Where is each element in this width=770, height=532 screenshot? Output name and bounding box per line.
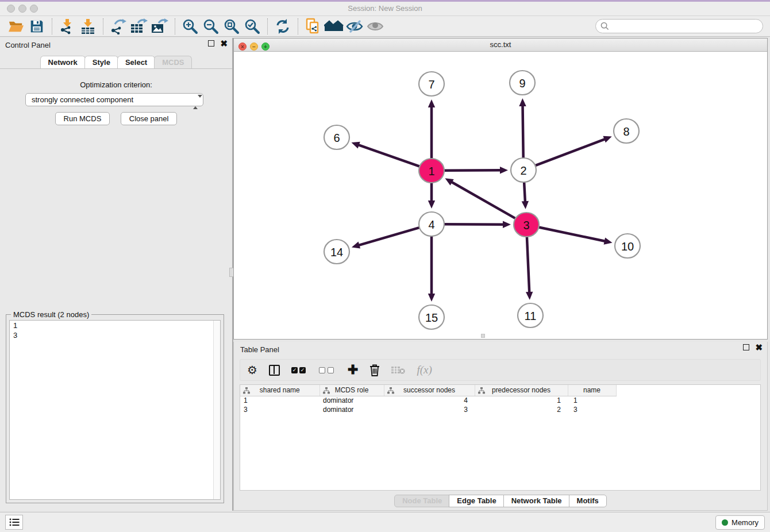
- tab-network[interactable]: Network: [40, 56, 86, 69]
- table-panel: Table Panel ✖ ⚙ ✓✓ ✚ f(x) shared nameMCD…: [233, 342, 768, 511]
- zoom-fit-icon[interactable]: [221, 17, 242, 36]
- search-input[interactable]: [609, 21, 763, 32]
- mcds-result-group: MCDS result (2 nodes) 13: [6, 314, 224, 503]
- statusbar: Memory: [0, 512, 770, 532]
- network-window-title: scc.txt: [234, 38, 767, 51]
- edge-1-6[interactable]: [358, 145, 419, 167]
- minimize-window-icon[interactable]: [18, 5, 26, 13]
- add-column-icon[interactable]: ✚: [348, 363, 358, 377]
- open-session-icon[interactable]: [6, 17, 26, 36]
- edge-2-8[interactable]: [536, 139, 606, 165]
- search-field[interactable]: [595, 19, 763, 33]
- toolbar-separator: [267, 18, 268, 34]
- result-scrollbar[interactable]: [213, 321, 220, 499]
- mcds-result-title: MCDS result (2 nodes): [11, 310, 91, 319]
- home-layout-icon[interactable]: [324, 17, 344, 36]
- tab-network-table[interactable]: Network Table: [503, 495, 570, 507]
- graph-canvas[interactable]: 1234678910111415: [234, 52, 767, 339]
- column-header-successor-nodes[interactable]: successor nodes: [384, 385, 475, 396]
- show-columns-icon[interactable]: [269, 363, 280, 377]
- import-table-icon[interactable]: [78, 17, 98, 36]
- edge-2-9[interactable]: [523, 105, 523, 157]
- float-panel-icon[interactable]: [208, 40, 214, 47]
- close-view-icon[interactable]: ×: [238, 43, 247, 51]
- refresh-icon[interactable]: [272, 17, 293, 36]
- task-history-button[interactable]: [5, 515, 23, 530]
- table-header-row[interactable]: shared nameMCDS rolesuccessor nodesprede…: [240, 385, 760, 396]
- float-table-panel-icon[interactable]: [743, 344, 749, 350]
- tab-mcds[interactable]: MCDS: [154, 56, 192, 69]
- column-header-name[interactable]: name: [568, 385, 616, 396]
- export-network-icon[interactable]: [108, 17, 129, 36]
- select-all-columns-icon[interactable]: ✓✓: [291, 363, 307, 377]
- edge-arrowhead: [604, 237, 613, 244]
- edge-arrowhead: [428, 99, 435, 107]
- close-window-icon[interactable]: [7, 5, 15, 13]
- node-table[interactable]: shared nameMCDS rolesuccessor nodesprede…: [240, 384, 761, 491]
- tab-node-table[interactable]: Node Table: [394, 495, 450, 507]
- copy-style-icon[interactable]: [303, 17, 324, 36]
- cell-predecessor-nodes[interactable]: 1: [475, 396, 568, 405]
- table-row[interactable]: 1dominator411: [240, 396, 760, 405]
- column-header-mcds-role[interactable]: MCDS role: [319, 385, 384, 396]
- cell-mcds-role[interactable]: dominator: [319, 396, 384, 405]
- unselect-all-columns-icon[interactable]: [319, 363, 336, 377]
- cell-successor-nodes[interactable]: 4: [384, 396, 475, 405]
- column-header-shared-name[interactable]: shared name: [240, 385, 319, 396]
- zoom-selected-icon[interactable]: [242, 17, 263, 36]
- tab-motifs[interactable]: Motifs: [569, 495, 607, 507]
- edge-1-2[interactable]: [444, 170, 501, 171]
- toolbar-separator: [52, 18, 52, 34]
- close-panel-button[interactable]: Close panel: [121, 112, 178, 125]
- save-session-icon[interactable]: [26, 17, 47, 36]
- tab-style[interactable]: Style: [84, 56, 118, 69]
- edge-4-14[interactable]: [358, 228, 419, 245]
- delete-column-icon[interactable]: [369, 363, 380, 377]
- edge-arrowhead: [500, 167, 508, 174]
- maximize-view-icon[interactable]: +: [261, 43, 270, 51]
- node-label-15: 15: [425, 311, 438, 324]
- resize-grip[interactable]: [481, 334, 485, 338]
- control-panel-title: Control Panel: [5, 41, 51, 49]
- column-header-predecessor-nodes[interactable]: predecessor nodes: [475, 385, 568, 396]
- memory-button[interactable]: Memory: [715, 515, 765, 530]
- cell-shared-name[interactable]: 1: [240, 396, 319, 405]
- control-panel-header: Control Panel ✖: [0, 38, 232, 53]
- cell-shared-name[interactable]: 3: [240, 405, 319, 414]
- cell-mcds-role[interactable]: dominator: [319, 405, 384, 414]
- close-table-panel-icon[interactable]: ✖: [755, 344, 763, 350]
- edge-3-10[interactable]: [539, 228, 606, 241]
- table-settings-gear-icon[interactable]: ⚙: [247, 363, 257, 377]
- criterion-select[interactable]: strongly connected component: [25, 93, 203, 106]
- tab-select[interactable]: Select: [117, 56, 155, 69]
- show-all-icon[interactable]: [365, 17, 386, 36]
- close-panel-icon[interactable]: ✖: [220, 40, 228, 47]
- cell-name[interactable]: 3: [568, 405, 616, 414]
- edge-arrowhead: [351, 142, 360, 149]
- cell-successor-nodes[interactable]: 3: [384, 405, 475, 414]
- run-mcds-button[interactable]: Run MCDS: [55, 112, 110, 125]
- cell-name[interactable]: 1: [568, 396, 616, 405]
- optimization-criterion-label: Optimization criterion:: [0, 80, 232, 89]
- import-network-icon[interactable]: [57, 17, 78, 36]
- toolbar-separator: [298, 18, 298, 34]
- zoom-in-icon[interactable]: [180, 17, 201, 36]
- network-window-titlebar[interactable]: ×−+ scc.txt: [234, 38, 767, 52]
- mcds-result-list[interactable]: 13: [9, 320, 221, 500]
- memory-status-icon: [722, 519, 728, 526]
- tab-edge-table[interactable]: Edge Table: [449, 495, 504, 507]
- cell-predecessor-nodes[interactable]: 2: [475, 405, 568, 414]
- edge-4-3[interactable]: [444, 224, 504, 225]
- memory-label: Memory: [732, 518, 759, 527]
- export-table-icon[interactable]: [129, 17, 149, 36]
- hide-selected-icon[interactable]: [344, 17, 365, 36]
- maximize-window-icon[interactable]: [30, 5, 38, 13]
- edge-3-1[interactable]: [451, 182, 515, 218]
- export-image-icon[interactable]: [149, 17, 170, 36]
- edge-3-11[interactable]: [527, 237, 529, 293]
- table-row[interactable]: 3dominator323: [240, 405, 760, 414]
- zoom-out-icon[interactable]: [201, 17, 221, 36]
- node-label-8: 8: [623, 125, 629, 138]
- edge-2-3[interactable]: [524, 183, 525, 202]
- minimize-view-icon[interactable]: −: [250, 43, 258, 51]
